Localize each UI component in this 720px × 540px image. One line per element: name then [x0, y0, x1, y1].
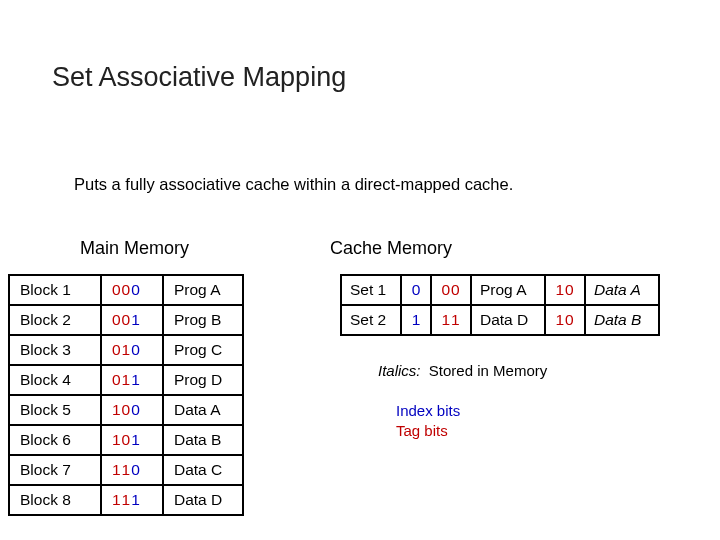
index-bit: 1 [131, 311, 141, 328]
tag-bits: 10 [112, 431, 131, 448]
legend-italics-text: Stored in Memory [429, 362, 547, 379]
block-data: Data C [163, 455, 243, 485]
cache-memory-table: Set 1000Prog A10Data ASet 2111Data D10Da… [340, 274, 660, 336]
block-label: Block 4 [9, 365, 101, 395]
address-bits: 101 [101, 425, 163, 455]
block-data: Prog D [163, 365, 243, 395]
index-bit: 0 [131, 461, 141, 478]
tag-bits: 11 [112, 461, 131, 478]
main-memory-label: Main Memory [80, 238, 189, 259]
block-data: Prog A [163, 275, 243, 305]
index-bit: 0 [131, 281, 141, 298]
legend-tag-bits: Tag bits [396, 422, 448, 439]
address-bits: 100 [101, 395, 163, 425]
slide-subtitle: Puts a fully associative cache within a … [74, 175, 513, 194]
tag-bits: 11 [112, 491, 131, 508]
index-bit: 0 [131, 341, 141, 358]
main-memory-table: Block 1000Prog ABlock 2001Prog BBlock 30… [8, 274, 244, 516]
address-bits: 011 [101, 365, 163, 395]
block-data: Prog C [163, 335, 243, 365]
tag-bits: 01 [112, 341, 131, 358]
tag-bits: 00 [112, 311, 131, 328]
tag-bits: 00 [112, 281, 131, 298]
block-label: Block 2 [9, 305, 101, 335]
address-bits: 010 [101, 335, 163, 365]
way1-tag: 10 [545, 275, 585, 305]
address-bits: 110 [101, 455, 163, 485]
slide-title: Set Associative Mapping [52, 62, 346, 93]
table-row: Set 2111Data D10Data B [341, 305, 659, 335]
index-bit: 0 [131, 401, 141, 418]
tag-bits: 10 [112, 401, 131, 418]
legend-index-bits: Index bits [396, 402, 460, 419]
set-label: Set 1 [341, 275, 401, 305]
index-bit: 1 [131, 371, 141, 388]
set-index: 0 [401, 275, 431, 305]
tag-bits: 01 [112, 371, 131, 388]
set-label: Set 2 [341, 305, 401, 335]
index-bit: 1 [131, 431, 141, 448]
table-row: Block 5100Data A [9, 395, 243, 425]
block-data: Prog B [163, 305, 243, 335]
block-data: Data A [163, 395, 243, 425]
table-row: Block 8111Data D [9, 485, 243, 515]
table-row: Block 4011Prog D [9, 365, 243, 395]
way1-data: Data B [585, 305, 659, 335]
block-label: Block 6 [9, 425, 101, 455]
way0-data: Data D [471, 305, 545, 335]
way0-tag: 11 [431, 305, 471, 335]
legend-italics-label: Italics: [378, 362, 421, 379]
table-row: Block 3010Prog C [9, 335, 243, 365]
address-bits: 111 [101, 485, 163, 515]
legend-italics: Italics: Stored in Memory [378, 362, 547, 379]
table-row: Block 1000Prog A [9, 275, 243, 305]
block-label: Block 3 [9, 335, 101, 365]
way1-tag: 10 [545, 305, 585, 335]
table-row: Block 2001Prog B [9, 305, 243, 335]
address-bits: 001 [101, 305, 163, 335]
cache-memory-label: Cache Memory [330, 238, 452, 259]
table-row: Block 7110Data C [9, 455, 243, 485]
index-bit: 1 [131, 491, 141, 508]
block-label: Block 7 [9, 455, 101, 485]
way0-data: Prog A [471, 275, 545, 305]
address-bits: 000 [101, 275, 163, 305]
block-data: Data B [163, 425, 243, 455]
table-row: Set 1000Prog A10Data A [341, 275, 659, 305]
way0-tag: 00 [431, 275, 471, 305]
set-index: 1 [401, 305, 431, 335]
block-label: Block 1 [9, 275, 101, 305]
way1-data: Data A [585, 275, 659, 305]
table-row: Block 6101Data B [9, 425, 243, 455]
block-label: Block 8 [9, 485, 101, 515]
block-label: Block 5 [9, 395, 101, 425]
block-data: Data D [163, 485, 243, 515]
